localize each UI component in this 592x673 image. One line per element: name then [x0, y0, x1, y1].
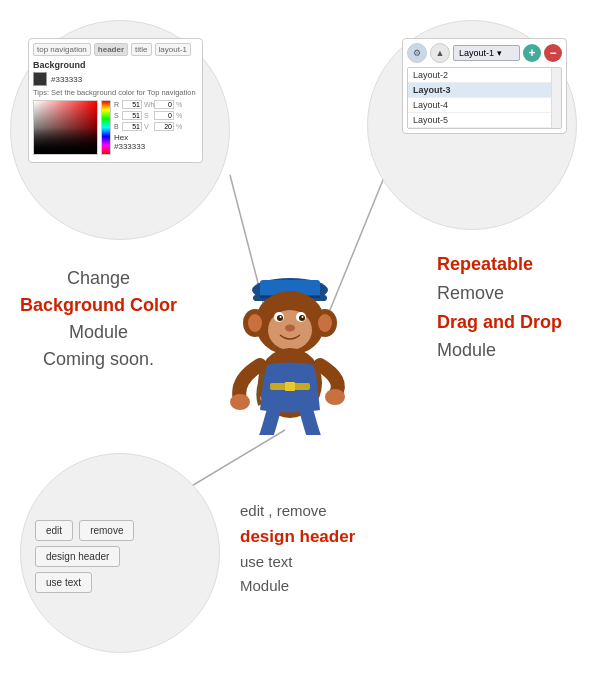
layout-toolbar: ⚙ ▲ Layout-1 ▾ + −	[407, 43, 562, 63]
svg-point-19	[285, 325, 295, 332]
svg-point-15	[277, 315, 283, 321]
sliders-area: R Whi % S S % B V % Hex	[114, 100, 198, 155]
slider-s-unit2: %	[176, 112, 184, 119]
bg-color-row: #333333	[33, 72, 198, 86]
up-icon[interactable]: ▲	[430, 43, 450, 63]
svg-rect-22	[285, 382, 295, 391]
svg-point-11	[318, 314, 332, 332]
settings-icon[interactable]: ⚙	[407, 43, 427, 63]
color-hex-display: #333333	[51, 75, 82, 84]
monkey-svg	[205, 235, 375, 435]
slider-r-unit2: %	[176, 101, 184, 108]
color-swatch[interactable]	[33, 72, 47, 86]
nav-row: top navigation header title layout-1	[33, 43, 198, 56]
svg-point-9	[248, 314, 262, 332]
layout-list: Layout-2 Layout-3 Layout-4 Layout-5	[407, 67, 562, 129]
layout-item-3[interactable]: Layout-3	[408, 83, 561, 98]
label-tl-line3: Module	[20, 319, 177, 346]
svg-point-24	[325, 389, 345, 405]
remove-layout-button[interactable]: −	[544, 44, 562, 62]
slider-b-input[interactable]	[122, 122, 142, 131]
bottom-buttons-area: edit remove design header use text	[35, 520, 134, 593]
use-text-button[interactable]: use text	[35, 572, 92, 593]
slider-r-input[interactable]	[122, 100, 142, 109]
layout-item-2[interactable]: Layout-2	[408, 68, 561, 83]
slider-s-input2[interactable]	[154, 111, 174, 120]
slider-s-label: S	[114, 112, 120, 119]
svg-point-17	[280, 316, 282, 318]
svg-point-18	[302, 316, 304, 318]
bg-label: Background	[33, 60, 198, 70]
color-picker-area: R Whi % S S % B V % Hex	[33, 100, 198, 155]
layout-panel: ⚙ ▲ Layout-1 ▾ + − Layout-2 Layout-3 Lay…	[402, 38, 567, 134]
label-bottom: edit , remove design header use text Mod…	[240, 499, 355, 598]
gradient-box[interactable]	[33, 100, 98, 155]
nav-header[interactable]: header	[94, 43, 128, 56]
hex-value: #333333	[114, 142, 198, 151]
slider-s-unit: S	[144, 112, 152, 119]
design-header-button[interactable]: design header	[35, 546, 120, 567]
svg-point-23	[230, 394, 250, 410]
layout-name-label[interactable]: Layout-1 ▾	[453, 45, 520, 61]
slider-s: S S %	[114, 111, 198, 120]
label-tl-line1: Change	[20, 265, 177, 292]
remove-button[interactable]: remove	[79, 520, 134, 541]
slider-r: R Whi %	[114, 100, 198, 109]
btn-row-3: use text	[35, 572, 134, 593]
slider-r-label: R	[114, 101, 120, 108]
layout-item-5[interactable]: Layout-5	[408, 113, 561, 128]
layout-scrollbar[interactable]	[551, 68, 561, 128]
label-top-right: Repeatable Remove Drag and Drop Module	[437, 250, 562, 365]
svg-point-16	[299, 315, 305, 321]
layout-item-4[interactable]: Layout-4	[408, 98, 561, 113]
color-panel: top navigation header title layout-1 Bac…	[28, 38, 203, 163]
tip-text: Tips: Set the background color for Top n…	[33, 88, 198, 97]
label-b-line1: edit , remove	[240, 499, 355, 523]
slider-b-unit2: %	[176, 123, 184, 130]
label-tr-line1: Repeatable	[437, 250, 562, 279]
slider-b-input2[interactable]	[154, 122, 174, 131]
btn-row-1: edit remove	[35, 520, 134, 541]
nav-layout1[interactable]: layout-1	[155, 43, 191, 56]
edit-button[interactable]: edit	[35, 520, 73, 541]
label-tl-line4: Coming soon.	[20, 346, 177, 373]
hex-label: Hex	[114, 133, 198, 142]
label-tr-line4: Module	[437, 336, 562, 365]
slider-b: B V %	[114, 122, 198, 131]
slider-b-label: B	[114, 123, 120, 130]
slider-s-input[interactable]	[122, 111, 142, 120]
add-layout-button[interactable]: +	[523, 44, 541, 62]
label-tr-line3: Drag and Drop	[437, 308, 562, 337]
slider-r-input2[interactable]	[154, 100, 174, 109]
btn-row-2: design header	[35, 546, 134, 567]
hex-section: Hex #333333	[114, 133, 198, 151]
slider-b-unit: V	[144, 123, 152, 130]
nav-top-navigation[interactable]: top navigation	[33, 43, 91, 56]
label-tl-line2: Background Color	[20, 292, 177, 319]
label-top-left: Change Background Color Module Coming so…	[20, 265, 177, 373]
hue-bar[interactable]	[101, 100, 111, 155]
monkey-illustration	[185, 220, 395, 450]
label-b-line2: design header	[240, 523, 355, 550]
label-tr-line2: Remove	[437, 279, 562, 308]
label-b-line4: Module	[240, 574, 355, 598]
slider-r-unit: Whi	[144, 101, 152, 108]
label-b-line3: use text	[240, 550, 355, 574]
nav-title[interactable]: title	[131, 43, 151, 56]
